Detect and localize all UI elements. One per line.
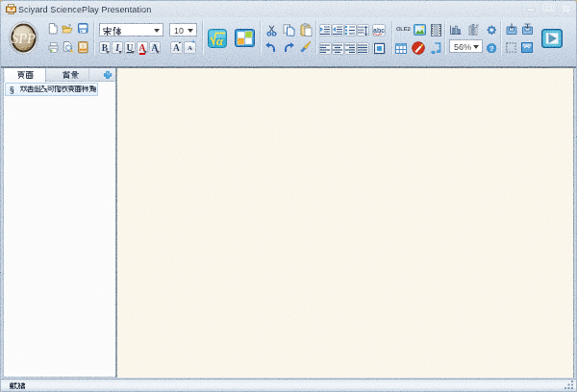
svg-text:?: ? — [489, 43, 493, 52]
svg-text:abc: abc — [373, 27, 385, 34]
svg-text:SPP: SPP — [12, 31, 36, 46]
svg-text:α: α — [216, 34, 224, 48]
